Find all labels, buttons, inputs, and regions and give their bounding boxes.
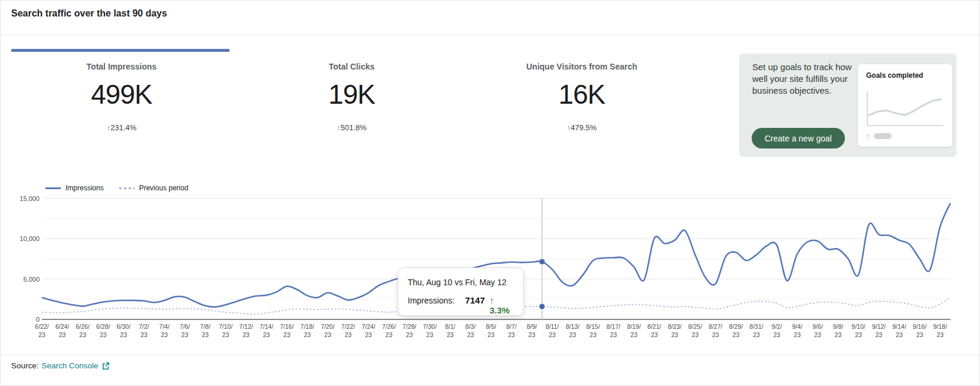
x-tick-label: 8/19/ [627,323,641,330]
x-tick-label-year: 23 [447,331,454,338]
x-tick-label-year: 23 [671,331,679,338]
x-tick-label-year: 23 [59,331,66,338]
x-tick-label: 6/26/ [76,323,90,330]
x-tick-label: 7/4/ [159,323,170,330]
x-tick-label-year: 23 [589,331,596,338]
x-tick-label-year: 23 [569,331,576,338]
x-tick-label-year: 23 [855,331,862,338]
x-tick-label-year: 23 [385,331,392,338]
x-tick-label: 8/23/ [668,323,681,330]
x-tick-label-year: 23 [835,331,842,338]
x-tick-label-year: 23 [733,331,740,338]
x-tick-label-year: 23 [712,331,719,338]
search-console-link[interactable]: Search Console [42,361,110,370]
x-tick-label: 9/18/ [933,323,947,330]
x-tick-label: 8/13/ [566,323,579,330]
x-tick-label-year: 23 [794,331,801,338]
x-tick-label: 8/17/ [607,323,620,330]
x-tick-label: 6/24/ [55,323,69,330]
x-tick-label: 9/2/ [772,323,782,330]
x-tick-label: 9/4/ [792,323,802,330]
x-tick-label-year: 23 [427,331,434,338]
tooltip-series-label: Impressions: [408,296,454,305]
x-tick-label: 6/30/ [117,323,130,330]
y-tick-label: 0 [36,316,40,323]
x-tick-label: 8/31/ [749,323,763,330]
x-tick-label: 9/8/ [833,323,844,330]
x-tick-label: 8/7/ [506,323,517,330]
tooltip-date-comparison: Thu, Aug 10 vs Fri, May 12 [408,278,515,287]
x-tick-label-year: 23 [365,331,372,338]
x-tick-label: 8/27/ [709,323,722,330]
x-tick-label: 8/3/ [466,323,476,330]
x-tick-label: 7/22/ [341,323,355,330]
x-tick-label-year: 23 [242,331,250,338]
tooltip-impressions-row: Impressions: 7147 ↑ 3.3% [408,295,515,315]
x-tick-label-year: 23 [773,331,781,338]
x-tick-label-year: 23 [529,331,536,338]
x-tick-label: 8/21/ [647,323,661,330]
x-tick-label: 9/10/ [851,323,865,330]
x-tick-label: 6/28/ [96,323,110,330]
x-tick-label-year: 23 [896,331,903,338]
x-tick-label: 8/1/ [445,323,455,330]
tooltip-delta: ↑ 3.3% [490,295,515,315]
x-tick-label-year: 23 [263,331,270,338]
x-tick-label: 7/14/ [260,323,273,330]
x-tick-label: 8/15/ [586,323,600,330]
x-tick-label-year: 23 [406,331,413,338]
x-tick-label-year: 23 [814,331,821,338]
source-label: Source: [11,361,39,370]
bottom-divider [1,355,979,355]
tooltip-value: 7147 [465,295,484,305]
x-tick-label: 8/29/ [729,323,743,330]
x-tick-label-year: 23 [79,331,86,338]
x-tick-label: 7/18/ [300,323,314,330]
x-tick-label-year: 23 [937,331,944,338]
x-tick-label-year: 23 [691,331,699,338]
x-tick-label: 8/11/ [546,323,559,330]
x-tick-label-year: 23 [467,331,474,338]
x-tick-label-year: 23 [181,331,188,338]
up-arrow-icon: ↑ [490,295,494,305]
chart-tooltip: Thu, Aug 10 vs Fri, May 12 Impressions: … [398,268,524,316]
x-tick-label-year: 23 [916,331,923,338]
x-tick-label: 7/20/ [321,323,335,330]
x-tick-label: 8/9/ [527,323,537,330]
x-tick-label: 7/10/ [219,323,232,330]
x-tick-label-year: 23 [283,331,290,338]
x-tick-label-year: 23 [876,331,883,338]
x-tick-label-year: 23 [487,331,494,338]
x-tick-label: 7/12/ [239,323,253,330]
x-tick-label-year: 23 [120,331,127,338]
x-tick-label-year: 23 [651,331,658,338]
x-tick-label-year: 23 [610,331,617,338]
x-tick-label: 7/16/ [280,323,294,330]
y-tick-label: 5,000 [23,276,40,283]
x-tick-label-year: 23 [508,331,515,338]
x-tick-label-year: 23 [753,331,760,338]
x-tick-label: 7/30/ [423,323,437,330]
x-tick-label: 7/8/ [200,323,211,330]
x-tick-label: 9/14/ [893,323,906,330]
x-tick-label: 7/28/ [402,323,416,330]
x-tick-label-year: 23 [140,331,148,338]
x-tick-label: 9/16/ [913,323,926,330]
y-tick-label: 15,000 [19,195,40,202]
x-tick-label: 7/24/ [362,323,375,330]
x-tick-label: 9/12/ [872,323,886,330]
external-link-icon [101,362,110,370]
x-tick-label: 8/5/ [486,323,496,330]
x-tick-label: 8/25/ [689,323,702,330]
x-tick-label: 7/26/ [382,323,396,330]
x-tick-label-year: 23 [100,331,107,338]
x-tick-label-year: 23 [549,331,556,338]
y-tick-label: 10,000 [19,235,40,242]
x-tick-label: 6/22/ [35,323,48,330]
x-tick-label-year: 23 [38,331,45,338]
x-tick-label-year: 23 [161,331,168,338]
hover-point-previous [539,304,545,309]
x-tick-label-year: 23 [631,331,638,338]
x-tick-label-year: 23 [325,331,332,338]
x-tick-label-year: 23 [222,331,230,338]
